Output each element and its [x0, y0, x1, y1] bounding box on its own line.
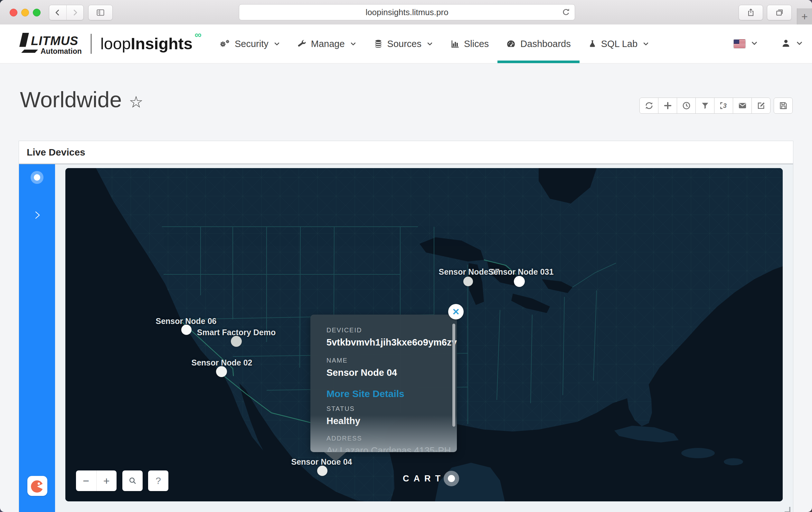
- navbar-right: [733, 25, 803, 63]
- carto-builder-logo[interactable]: [27, 476, 47, 496]
- gauge-icon: [506, 39, 516, 49]
- popup-scroll-fade: [310, 415, 457, 452]
- zoom-window-button[interactable]: [33, 9, 40, 17]
- nav-label: SQL Lab: [601, 39, 637, 49]
- save-button[interactable]: [774, 97, 793, 114]
- device-marker[interactable]: [463, 277, 473, 286]
- flask-icon: [588, 39, 597, 48]
- email-button[interactable]: [733, 97, 752, 114]
- nav-label: Sources: [387, 39, 422, 49]
- infinity-icon: ∞: [195, 29, 202, 40]
- database-icon: [374, 39, 383, 48]
- funnel-icon: [701, 102, 709, 110]
- refresh-icon: [645, 101, 654, 110]
- layer-rail: [19, 164, 55, 512]
- zoom-in-button[interactable]: +: [96, 471, 117, 491]
- favorite-star-icon[interactable]: ☆: [129, 93, 143, 111]
- share-icon: [746, 8, 755, 17]
- reload-button[interactable]: [561, 7, 571, 19]
- url-text: loopinsights.litmus.pro: [366, 7, 448, 18]
- nav-item-dashboards[interactable]: Dashboards: [497, 25, 579, 63]
- chevron-down-icon: [350, 40, 356, 47]
- plus-icon: [663, 101, 672, 110]
- rail-expand-button[interactable]: [32, 209, 42, 222]
- nav-label: Manage: [311, 39, 345, 49]
- edit-css-button[interactable]: 3: [714, 97, 733, 114]
- nav-item-manage[interactable]: Manage: [289, 25, 365, 63]
- filter-button[interactable]: [695, 97, 715, 114]
- device-marker[interactable]: [216, 366, 227, 377]
- edit-dashboard-button[interactable]: [751, 97, 771, 114]
- user-icon: [781, 38, 791, 49]
- magnifier-icon: [128, 476, 137, 485]
- history-nav-group: [49, 5, 84, 20]
- browser-window: loopinsights.litmus.pro: [0, 0, 812, 512]
- litmus-bar-icon: [21, 50, 38, 53]
- chevron-down-icon: [427, 40, 433, 47]
- loopinsights-thin: loop: [100, 35, 131, 53]
- map-search-button[interactable]: [122, 471, 143, 491]
- locale-dropdown[interactable]: [751, 39, 758, 48]
- back-button[interactable]: [49, 5, 66, 20]
- chevron-down-icon: [643, 40, 649, 47]
- loopinsights-logo: loopInsights ∞: [100, 34, 193, 53]
- nav-label: Slices: [464, 39, 489, 49]
- panel-content: Sensor Node 07 Sensor Node 031 Sensor No…: [19, 164, 793, 512]
- marker-label: Sensor Node 031: [488, 267, 554, 277]
- litmus-subtitle: Automation: [40, 48, 82, 55]
- popup-field-label: DEVICEID: [326, 326, 452, 334]
- new-tab-button[interactable]: +: [797, 8, 812, 25]
- screen: loopinsights.litmus.pro: [0, 0, 812, 512]
- schedule-button[interactable]: [677, 97, 696, 114]
- add-slice-button[interactable]: [658, 97, 677, 114]
- main-menu: Security Manage: [210, 25, 658, 63]
- panel-resize-handle[interactable]: [785, 507, 790, 512]
- edit-icon: [757, 101, 766, 110]
- page-title: Worldwide: [20, 87, 122, 112]
- css-icon: 3: [719, 101, 728, 110]
- sidebar-toggle-button[interactable]: [88, 5, 113, 20]
- map-help-button[interactable]: ?: [148, 471, 168, 491]
- chevron-down-icon: [274, 40, 280, 47]
- us-flag-icon: [733, 39, 746, 48]
- minimize-window-button[interactable]: [21, 9, 29, 17]
- map-canvas[interactable]: Sensor Node 07 Sensor Node 031 Sensor No…: [65, 168, 783, 501]
- device-marker[interactable]: [317, 466, 327, 476]
- carto-o-icon: [444, 471, 459, 486]
- share-button[interactable]: [738, 5, 763, 20]
- floppy-icon: [779, 101, 788, 110]
- tabs-icon: [775, 8, 784, 17]
- device-marker[interactable]: [514, 276, 525, 287]
- nav-item-sql-lab[interactable]: SQL Lab: [580, 25, 658, 63]
- bar-chart-icon: [451, 39, 459, 48]
- nav-item-slices[interactable]: Slices: [442, 25, 497, 63]
- live-devices-panel: Live Devices: [19, 141, 793, 512]
- account-dropdown[interactable]: [796, 39, 803, 48]
- refresh-button[interactable]: [639, 97, 659, 114]
- app-navbar: LITMUS Automation loopInsights ∞: [0, 25, 812, 63]
- marker-label: Sensor Node 04: [291, 457, 352, 466]
- device-marker[interactable]: [181, 324, 192, 335]
- forward-button[interactable]: [66, 5, 84, 20]
- pacman-icon: [28, 477, 46, 495]
- nav-item-sources[interactable]: Sources: [365, 25, 442, 63]
- nav-item-security[interactable]: Security: [210, 25, 289, 63]
- close-icon: ✕: [452, 307, 459, 317]
- popup-scrollbar[interactable]: [452, 323, 455, 427]
- more-site-details-link[interactable]: More Site Details: [326, 388, 452, 400]
- loopinsights-bold: Insights: [131, 35, 193, 53]
- brand-logo[interactable]: LITMUS Automation loopInsights ∞: [19, 33, 193, 55]
- carto-attribution[interactable]: CART: [403, 471, 459, 486]
- panel-header: Live Devices: [19, 141, 793, 164]
- browser-toolbar: loopinsights.litmus.pro: [0, 0, 812, 25]
- popup-close-button[interactable]: ✕: [448, 304, 464, 319]
- zoom-out-button[interactable]: −: [76, 471, 96, 491]
- nav-label: Dashboards: [520, 39, 571, 49]
- wrench-icon: [297, 39, 307, 48]
- layer-radio-icon[interactable]: [31, 171, 44, 184]
- address-bar[interactable]: loopinsights.litmus.pro: [239, 4, 575, 20]
- litmus-wordmark: LITMUS: [31, 35, 78, 47]
- tab-overview-button[interactable]: [767, 5, 792, 20]
- device-marker[interactable]: [231, 336, 242, 347]
- close-window-button[interactable]: [10, 9, 18, 17]
